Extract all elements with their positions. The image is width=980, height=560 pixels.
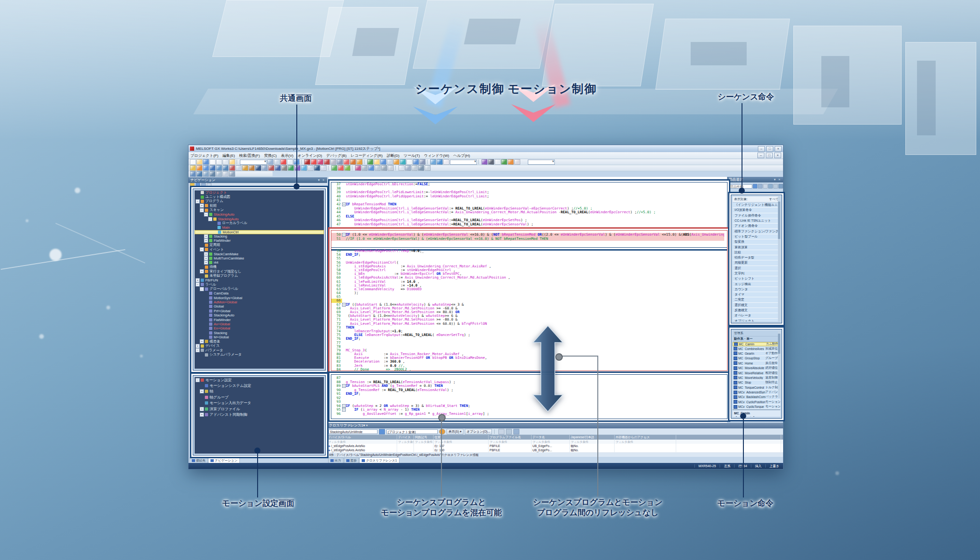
instruction-category-row[interactable]: カウンタ [733,287,780,292]
tree-expander-icon[interactable]: − [200,287,204,291]
tree-expander-icon[interactable]: + [200,203,204,208]
menu-item[interactable]: ヘルプ(H) [453,154,470,158]
toolbar-icon-2-12[interactable] [268,165,274,171]
instruction-category-row[interactable]: 《インテリジェント機能ユニット》 [733,203,780,208]
bottom-dock-tab[interactable]: 進捗 [344,457,359,463]
menu-item[interactable]: プロジェクト(P) [190,154,218,158]
motion-instruction-row[interactable]: MCv_CyclicTorqueモーションサイクリックトルク制 [733,405,780,409]
toolbar-icon-2-1[interactable] [196,165,203,171]
crossref-column-header[interactable]: 回路記号 [414,435,434,440]
tree-expander-icon[interactable]: − [204,212,208,217]
crossref-column-header[interactable]: プログラムファイル名 [489,435,532,440]
nav-tree-item[interactable]: Main [195,225,324,230]
pin-list-icon[interactable] [778,184,783,189]
nav-tree-item[interactable]: MotionCtrl [195,230,324,234]
toolbar-icon-2-13[interactable] [275,165,281,171]
navigation-dock-header[interactable]: ナビゲーション ▾ × [189,177,327,183]
nav-tree-item[interactable]: CamData [195,291,324,295]
left-dock-tab[interactable]: 接続先 [189,457,208,463]
crossref-row[interactable]: ◈ i_stEdgePosAxis.AxisNo行: 160PBFILEUB_E… [327,448,783,453]
dock-pin-close-icons[interactable]: ▾ × [774,177,781,182]
tree-expander-icon[interactable]: + [204,256,208,260]
toolbar-icon-1-0[interactable] [190,159,196,165]
nav-tree-item[interactable]: −パラメータ [195,348,324,352]
toolbar-icon-1-32[interactable] [413,159,419,165]
tree-expander-icon[interactable]: + [200,269,204,273]
element-selection-header[interactable]: 部品選択 ▾ × [727,177,783,182]
menu-item[interactable]: 変換(C) [264,154,277,158]
instruction-category-row[interactable]: 文字列 [733,271,780,276]
toolbar-icon-2-22[interactable] [331,165,337,171]
toolbar-icon-1-33[interactable] [420,159,426,165]
nav-tree-item[interactable]: +StackCamMake [195,252,324,256]
toolbar-icon-1-3[interactable] [210,159,216,165]
toolbar-icon-1-36[interactable] [437,159,443,165]
nav-tree-item[interactable]: Ax+Global [195,322,324,326]
toolbar-icon-1-1[interactable] [196,159,203,165]
menu-item[interactable]: ウィンドウ(W) [424,154,449,158]
toolbar-icon-1-40[interactable] [482,159,488,165]
toolbar-icon-1-31[interactable] [406,159,413,165]
toolbar-icon-2-34[interactable] [405,165,411,171]
motion-tree-item[interactable]: +演算プロファイル [195,406,324,412]
instruction-category-row[interactable]: ビットシフト [733,276,780,281]
tree-expander-icon[interactable]: − [196,199,200,203]
toolbar-icon-1-42[interactable] [495,159,501,165]
menu-item[interactable]: レコーディング(R) [351,154,383,158]
motion-tree-item[interactable]: −モーション設定 [195,377,324,383]
toolbar-icon-2-33[interactable] [399,165,405,171]
toolbar-icon-3-1[interactable] [196,171,203,177]
crossref-column-header[interactable]: Japanese/日本語 [570,435,615,440]
toolbar-icon-1-15[interactable] [304,159,310,165]
toolbar-combo[interactable] [240,160,267,165]
motion-instruction-row[interactable]: MC_MoveRelative相対値位置決め [733,371,780,375]
crossref-filter-cell[interactable]: フィルタ条件 [532,440,570,444]
instruction-category-row[interactable]: ファイル操作命令 [733,213,780,218]
nav-tree-item[interactable]: +実行タイプ指定なし [195,269,324,273]
toolbar-icon-1-25[interactable] [367,159,373,165]
toolbar-icon-2-20[interactable] [321,165,327,171]
nav-tree-item[interactable]: +i44 [195,260,324,265]
motion-instruction-row[interactable]: MCv_AdvancedSyncアドバンスト同期制御 [733,390,780,395]
crossref-filter-cell[interactable]: フィルタ条件 [489,440,532,444]
toolbar-icon-1-6[interactable] [229,159,235,165]
bottom-dock-tab[interactable]: 出力 [328,457,343,463]
crossref-tool-icon[interactable] [513,429,519,434]
nav-tree-item[interactable]: 待機 [195,265,324,269]
toolbar-icon-1-35[interactable] [430,159,436,165]
toolbar-icon-1-30[interactable] [400,159,406,165]
crossref-tool-icon[interactable] [498,429,504,434]
toolbar-icon-2-29[interactable] [375,165,381,171]
toolbar-icon-2-28[interactable] [368,165,374,171]
toolbar-icon-2-15[interactable] [288,165,294,171]
instruction-category-row[interactable]: アドオン用命令 [733,224,780,229]
toolbar-icon-2-36[interactable] [418,165,424,171]
tree-expander-icon[interactable]: + [196,278,200,282]
motion-instruction-row[interactable]: MC_GearInギア動作開始 [733,351,780,356]
menu-item[interactable]: ツール(T) [404,154,420,158]
toolbar-icon-1-43[interactable] [501,159,507,165]
tree-expander-icon[interactable]: − [196,378,200,382]
crossref-filter-cell[interactable]: フィルタ条件 [414,440,434,444]
crossref-scope-combo[interactable]: (プロジェクト全体) [386,429,438,434]
tree-expander-icon[interactable]: + [204,252,208,256]
nav-tool-icon[interactable] [190,183,195,187]
nav-tree-item[interactable]: −グローバルラベル [195,287,324,291]
motion-instruction-row[interactable]: MC_Stop強制停止 [733,380,780,385]
crossref-filter-row[interactable]: フィルタ条件フィルタ条件フィルタ条件フィルタ条件フィルタ条件フィルタ条件フィルタ… [327,440,783,444]
nav-tree-item[interactable]: +FB/FUN [195,278,324,282]
left-dock-tab[interactable]: ナビゲーション [208,457,240,463]
tree-expander-icon[interactable]: − [200,208,204,212]
nav-tree-item[interactable]: ローカルラベル [195,221,324,225]
nav-tree-item[interactable]: システムパラメータ [195,352,324,357]
tree-expander-icon[interactable]: + [200,389,204,393]
motion-tree-item[interactable]: モーション入出力データ [195,400,324,406]
toolbar-icon-1-29[interactable] [393,159,399,165]
nav-tree-item[interactable]: +初期 [195,203,324,208]
category-scrollbar[interactable] [778,196,780,322]
close-button[interactable]: × [775,146,782,152]
crossref-options-button[interactable]: オプション(O)... [465,429,492,434]
motion-instruction-row[interactable]: MC_TorqueControlトルク制御 [733,385,780,390]
toolbar-icon-2-14[interactable] [281,165,287,171]
fold-marker-icon[interactable]: − [342,233,346,237]
